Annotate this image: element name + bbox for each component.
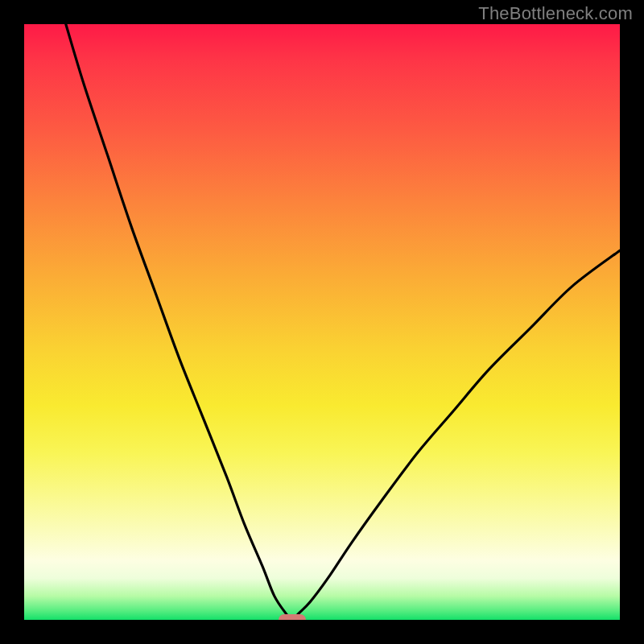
plot-area [24,24,620,620]
curve-path [66,24,620,620]
chart-frame: TheBottleneck.com [0,0,644,644]
watermark-text: TheBottleneck.com [478,3,633,24]
bottleneck-curve [24,24,620,620]
optimum-marker [279,614,306,620]
